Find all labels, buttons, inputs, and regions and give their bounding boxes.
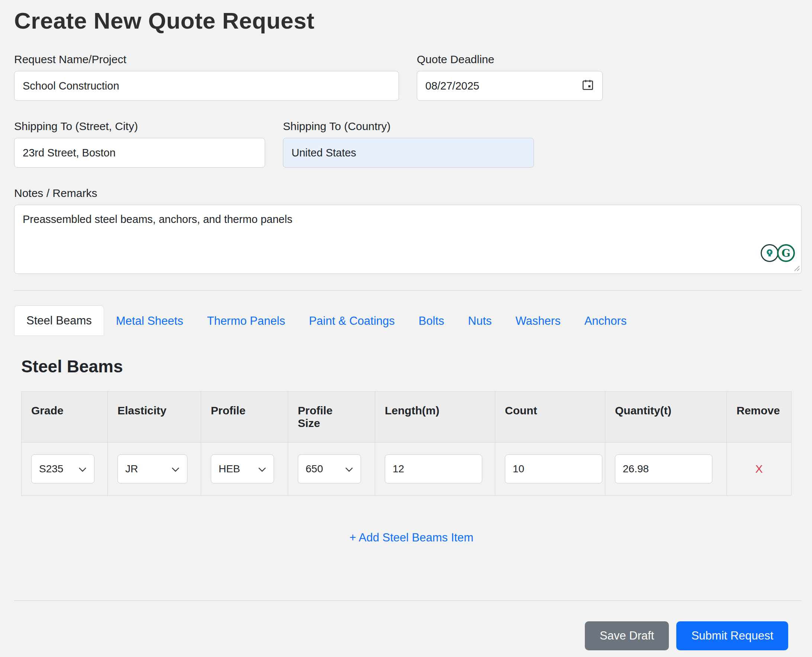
tab-nuts[interactable]: Nuts [456, 306, 504, 336]
header-grade: Grade [22, 392, 108, 442]
header-profile-size: Profile Size [288, 392, 375, 442]
shipping-street-label: Shipping To (Street, City) [14, 120, 265, 133]
remove-row-button[interactable]: X [755, 462, 762, 475]
shipping-country-input[interactable] [283, 138, 534, 168]
notes-textarea[interactable]: Preassembled steel beams, anchors, and t… [14, 205, 802, 274]
notes-wrapper: Preassembled steel beams, anchors, and t… [14, 205, 802, 276]
add-steel-beams-item-button[interactable]: + Add Steel Beams Item [21, 531, 802, 544]
grammarly-widget: G [761, 244, 795, 262]
profile-select[interactable]: HEB [211, 455, 274, 483]
grammarly-g-icon[interactable]: G [777, 244, 795, 262]
header-profile: Profile [201, 392, 288, 442]
count-input[interactable] [505, 455, 602, 483]
tab-bolts[interactable]: Bolts [407, 306, 456, 336]
actions-row: Save Draft Submit Request [14, 621, 802, 650]
category-tabs: Steel Beams Metal Sheets Thermo Panels P… [14, 305, 802, 336]
footer: Save Draft Submit Request [14, 601, 802, 650]
divider-top [14, 290, 802, 291]
quote-deadline-input[interactable]: 08/27/2025 [417, 71, 603, 101]
tab-washers[interactable]: Washers [504, 306, 572, 336]
tab-steel-beams[interactable]: Steel Beams [14, 305, 104, 336]
tab-thermo-panels[interactable]: Thermo Panels [195, 306, 297, 336]
section-title: Steel Beams [21, 357, 802, 377]
page-title: Create New Quote Request [14, 8, 802, 34]
elasticity-select[interactable]: JR [117, 455, 187, 483]
chevron-down-icon [78, 463, 87, 475]
divider-bottom [14, 601, 802, 601]
request-name-label: Request Name/Project [14, 53, 399, 66]
tab-anchors[interactable]: Anchors [572, 306, 639, 336]
suggestion-lightbulb-icon[interactable] [761, 244, 779, 262]
resize-handle-icon[interactable] [794, 265, 800, 273]
tab-metal-sheets[interactable]: Metal Sheets [104, 306, 195, 336]
items-table: Grade Elasticity Profile Profile Size Le… [21, 391, 792, 496]
submit-request-button[interactable]: Submit Request [676, 621, 788, 650]
length-input[interactable] [385, 455, 482, 483]
table-header-row: Grade Elasticity Profile Profile Size Le… [22, 392, 792, 442]
tab-paint-coatings[interactable]: Paint & Coatings [297, 306, 407, 336]
header-length: Length(m) [375, 392, 495, 442]
header-elasticity: Elasticity [108, 392, 201, 442]
chevron-down-icon [171, 463, 179, 475]
shipping-street-input[interactable] [14, 138, 265, 168]
grade-select[interactable]: S235 [31, 455, 94, 483]
header-quantity: Quantity(t) [605, 392, 727, 442]
notes-label: Notes / Remarks [14, 187, 802, 199]
quote-deadline-value: 08/27/2025 [425, 80, 479, 92]
profile-size-select[interactable]: 650 [298, 455, 361, 483]
chevron-down-icon [258, 463, 266, 475]
save-draft-button[interactable]: Save Draft [585, 621, 669, 650]
header-count: Count [495, 392, 605, 442]
chevron-down-icon [345, 463, 353, 475]
shipping-country-label: Shipping To (Country) [283, 120, 534, 133]
header-remove: Remove [727, 392, 792, 442]
form-row-1: Request Name/Project Quote Deadline 08/2… [14, 53, 802, 101]
request-name-input[interactable] [14, 71, 399, 101]
calendar-icon[interactable] [581, 78, 594, 93]
quote-deadline-label: Quote Deadline [417, 53, 603, 66]
table-row: S235 JR HEB [22, 442, 792, 496]
form-row-2: Shipping To (Street, City) Shipping To (… [14, 120, 802, 168]
quantity-input[interactable] [615, 455, 712, 483]
